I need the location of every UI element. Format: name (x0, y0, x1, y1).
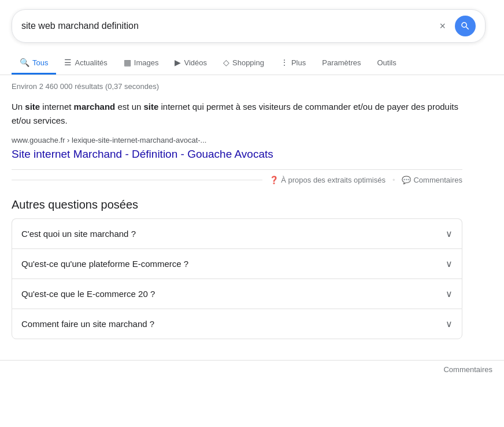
clear-button[interactable]: × (435, 20, 450, 32)
comment-icon: 💬 (402, 176, 411, 184)
chevron-down-icon-3: ∨ (446, 288, 453, 299)
results-count: Environ 2 460 000 résultats (0,37 second… (12, 82, 462, 91)
shopping-icon: ◇ (223, 58, 229, 67)
bold-marchand: marchand (74, 102, 116, 112)
chevron-down-icon-1: ∨ (446, 228, 453, 239)
tab-parametres-label: Paramètres (322, 58, 361, 67)
bold-site-1: site (25, 102, 40, 112)
snippet-footer-divider (12, 180, 262, 180)
footer-commentaires[interactable]: Commentaires (443, 365, 492, 374)
chevron-down-icon-2: ∨ (446, 258, 453, 269)
source-url: www.gouache.fr › lexique-site-internet-m… (12, 136, 462, 144)
tab-images[interactable]: ▦ Images (116, 52, 167, 75)
tab-videos[interactable]: ▶ Vidéos (166, 52, 215, 75)
source-link[interactable]: Site internet Marchand - Définition - Go… (12, 147, 462, 162)
faq-question-1: C'est quoi un site marchand ? (21, 229, 136, 239)
plus-icon: ⋮ (280, 58, 288, 67)
other-questions: Autres questions posées C'est quoi un si… (12, 198, 462, 339)
tab-shopping-label: Shopping (232, 58, 264, 67)
snippet-footer-right: ❓ À propos des extraits optimisés • 💬 Co… (269, 176, 462, 184)
search-input[interactable] (21, 21, 435, 31)
footer-divider-dot: • (392, 176, 395, 184)
tab-shopping[interactable]: ◇ Shopping (215, 52, 272, 75)
search-button[interactable] (455, 16, 476, 36)
bold-site-2: site (143, 102, 158, 112)
faq-item-2[interactable]: Qu'est-ce qu'une plateforme E-commerce ?… (12, 248, 462, 279)
tab-images-label: Images (134, 58, 159, 67)
videos-icon: ▶ (175, 58, 181, 67)
main-content: Environ 2 460 000 résultats (0,37 second… (0, 75, 474, 351)
search-bar: × (12, 9, 486, 43)
snippet-text: Un site internet marchand est un site in… (12, 100, 462, 128)
faq-item-1[interactable]: C'est quoi un site marchand ? ∨ (12, 218, 462, 248)
actualites-icon: ☰ (64, 58, 72, 67)
footer-commentaires-label: Commentaires (413, 176, 462, 184)
tab-tous[interactable]: 🔍 Tous (12, 52, 56, 75)
tab-outils-label: Outils (377, 58, 396, 67)
search-bar-wrapper: × (0, 0, 504, 43)
images-icon: ▦ (124, 58, 131, 67)
tab-tous-label: Tous (32, 58, 48, 67)
search-icon (460, 21, 470, 31)
tab-outils[interactable]: Outils (369, 53, 404, 75)
nav-tabs: 🔍 Tous ☰ Actualités ▦ Images ▶ Vidéos ◇ … (0, 47, 504, 75)
snippet-footer: ❓ À propos des extraits optimisés • 💬 Co… (12, 169, 462, 184)
featured-snippet: Un site internet marchand est un site in… (12, 100, 462, 184)
tab-actualites-label: Actualités (75, 58, 107, 67)
chevron-down-icon-4: ∨ (446, 318, 453, 329)
faq-question-2: Qu'est-ce qu'une plateforme E-commerce ? (21, 259, 188, 269)
tab-plus-label: Plus (291, 58, 306, 67)
faq-question-3: Qu'est-ce que le E-commerce 20 ? (21, 289, 155, 299)
question-circle-icon: ❓ (269, 176, 279, 184)
faq-question-4: Comment faire un site marchand ? (21, 319, 154, 329)
footer-commentaires-button[interactable]: 💬 Commentaires (402, 176, 462, 184)
tous-icon: 🔍 (20, 58, 29, 67)
tab-videos-label: Vidéos (184, 58, 207, 67)
faq-item-3[interactable]: Qu'est-ce que le E-commerce 20 ? ∨ (12, 279, 462, 309)
tab-plus[interactable]: ⋮ Plus (272, 52, 314, 75)
about-extracts-button[interactable]: ❓ À propos des extraits optimisés (269, 176, 386, 184)
page-footer: Commentaires (0, 360, 504, 378)
faq-item-4[interactable]: Comment faire un site marchand ? ∨ (12, 309, 462, 339)
tab-actualites[interactable]: ☰ Actualités (56, 52, 115, 75)
faq-list: C'est quoi un site marchand ? ∨ Qu'est-c… (12, 218, 462, 339)
about-extracts-label: À propos des extraits optimisés (281, 176, 386, 184)
clear-icon: × (439, 20, 446, 32)
other-questions-title: Autres questions posées (12, 198, 462, 211)
tab-parametres[interactable]: Paramètres (314, 53, 369, 75)
